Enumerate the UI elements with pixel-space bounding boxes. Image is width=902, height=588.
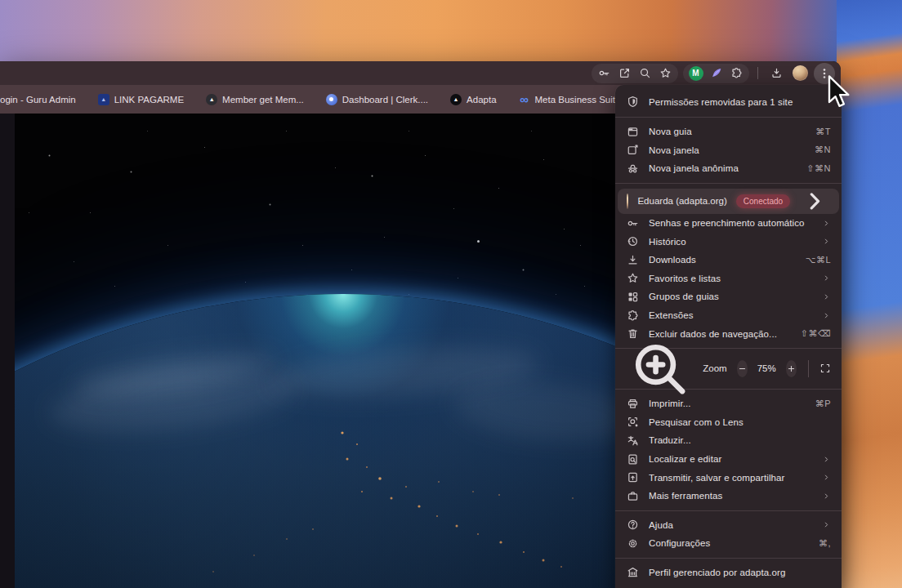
monday-extension-icon: M [689, 66, 703, 81]
chevron-right-icon [822, 520, 831, 529]
menu-item-pesquisar-com-o[interactable]: Pesquisar com o Lens [615, 413, 842, 432]
meta-favicon: ∞ [519, 94, 530, 105]
star-icon [627, 272, 639, 284]
magnifier-icon [639, 67, 651, 79]
incognito-icon [627, 163, 639, 175]
menu-item-label: Nova janela anônima [649, 163, 797, 173]
cast-icon [627, 471, 639, 483]
chevron-right-icon [822, 455, 831, 464]
menu-item-nova-janela[interactable]: Nova janela⌘N [615, 141, 842, 160]
feather-extension-button[interactable] [706, 64, 726, 83]
menu-item-shortcut: ⇧⌘N [806, 163, 831, 174]
menu-item-ajuda[interactable]: Ajuda [615, 516, 842, 535]
fullscreen-button[interactable] [819, 359, 831, 378]
menu-item-label: Mais ferramentas [649, 491, 812, 501]
menu-item-nova-guia[interactable]: Nova guia⌘T [615, 122, 842, 141]
menu-item-configuracoes[interactable]: Configurações⌘, [615, 534, 842, 553]
zoom-in-icon [627, 336, 693, 402]
fullscreen-icon [819, 363, 831, 374]
plus-icon [786, 363, 797, 374]
menu-item-perfil-gerenciado-por[interactable]: Perfil gerenciado por adapta.org [615, 564, 842, 582]
monday-extension-button[interactable]: M [685, 64, 706, 83]
key-icon [598, 67, 610, 79]
profile-avatar [627, 194, 628, 209]
find-icon [627, 453, 639, 466]
pagarme-favicon: ▲ [98, 94, 109, 105]
menu-item-shortcut: ⌘T [815, 127, 831, 137]
bookmark-member-get-mem[interactable]: ▲Member get Mem... [206, 94, 304, 105]
profile-avatar-button[interactable] [790, 64, 810, 83]
history-icon [627, 235, 639, 247]
zoom-out-button[interactable] [737, 360, 748, 377]
print-icon [627, 398, 639, 410]
tab-groups-icon [627, 291, 639, 303]
downloads-button[interactable] [766, 64, 787, 83]
star-icon [659, 67, 672, 79]
menu-item-label: Histórico [649, 237, 812, 247]
menu-item-favoritos-e-listas[interactable]: Favoritos e listas [615, 270, 842, 288]
menu-item-nova-janela-anonima[interactable]: Nova janela anônima⇧⌘N [615, 159, 842, 178]
menu-item-transmitir-salvar-e[interactable]: Transmitir, salvar e compartilhar [615, 468, 842, 487]
menu-item-label: Grupos de guias [649, 292, 812, 301]
building-icon [627, 566, 639, 578]
puzzle-icon [627, 310, 639, 322]
open-in-new-icon [618, 67, 631, 79]
menu-item-label: Transmitir, salvar e compartilhar [649, 473, 812, 483]
magnifier-button[interactable] [635, 64, 655, 83]
menu-item-label: Ajuda [649, 520, 812, 530]
menu-separator [615, 117, 842, 118]
menu-item-label: Downloads [649, 255, 796, 265]
menu-item-label: Imprimir... [649, 399, 806, 408]
menu-item-traduzir[interactable]: Traduzir... [615, 431, 842, 450]
chevron-right-icon [822, 274, 831, 283]
menu-separator [615, 183, 842, 184]
chevron-right-icon [822, 473, 831, 482]
feather-extension-icon [710, 67, 722, 79]
key-icon [627, 217, 639, 229]
menu-item-profile[interactable]: Eduarda (adapta.org)Conectado [618, 189, 839, 214]
bookmark-meta-business-suite[interactable]: ∞Meta Business Suite [519, 94, 621, 105]
menu-item-zoom: Zoom75% [615, 354, 842, 384]
browser-toolbar: M [0, 61, 841, 85]
open-in-new-button[interactable] [614, 64, 635, 83]
new-tab-icon [627, 126, 639, 138]
key-button[interactable] [594, 64, 614, 83]
bookmark-label: LINK PAGARME [114, 95, 184, 105]
menu-item-downloads[interactable]: Downloads⌥⌘L [615, 251, 842, 270]
minus-icon [737, 363, 748, 374]
star-button[interactable] [655, 64, 676, 83]
menu-item-historico[interactable]: Histórico [615, 232, 842, 251]
menu-item-localizar-e-editar[interactable]: Localizar e editar [615, 450, 842, 469]
menu-item-extensoes[interactable]: Extensões [615, 306, 842, 325]
member-favicon: ▲ [206, 94, 217, 105]
shield-icon [627, 96, 639, 108]
window-left-strip [0, 114, 15, 588]
menu-item-label: Nova janela [649, 145, 805, 155]
bookmark-ogin-guru-admin[interactable]: ogin - Guru Admin [0, 95, 76, 105]
menu-item-label: Traduzir... [649, 435, 831, 445]
toolbar-pill-left [592, 64, 678, 83]
menu-item-permissoes-removidas-para[interactable]: Permissões removidas para 1 site [615, 91, 842, 112]
settings-icon [627, 537, 639, 550]
zoom-in-button[interactable] [786, 360, 797, 377]
menu-item-shortcut: ⌘, [819, 538, 831, 549]
translate-icon [627, 434, 639, 447]
chevron-right-icon [822, 492, 831, 501]
menu-item-mais-ferramentas[interactable]: Mais ferramentas [615, 487, 842, 506]
menu-separator [615, 510, 842, 511]
connected-badge: Conectado [736, 194, 790, 208]
chevron-right-icon [799, 185, 831, 217]
new-window-icon [627, 144, 639, 156]
bookmark-link-pagarme[interactable]: ▲LINK PAGARME [98, 94, 184, 105]
menu-item-shortcut: ⌘P [815, 399, 831, 409]
puzzle-icon [730, 67, 743, 79]
bookmark-adapta[interactable]: ▲Adapta [450, 94, 496, 105]
chevron-right-icon [822, 237, 831, 246]
chevron-right-icon [822, 219, 831, 228]
download-tray-icon [770, 67, 783, 79]
bookmark-dashboard-clerk[interactable]: Dashboard | Clerk.... [326, 94, 428, 105]
menu-item-label: Nova guia [649, 127, 806, 136]
menu-item-label: Localizar e editar [649, 454, 812, 464]
menu-item-grupos-de-guias[interactable]: Grupos de guias [615, 287, 842, 306]
puzzle-button[interactable] [726, 64, 747, 83]
